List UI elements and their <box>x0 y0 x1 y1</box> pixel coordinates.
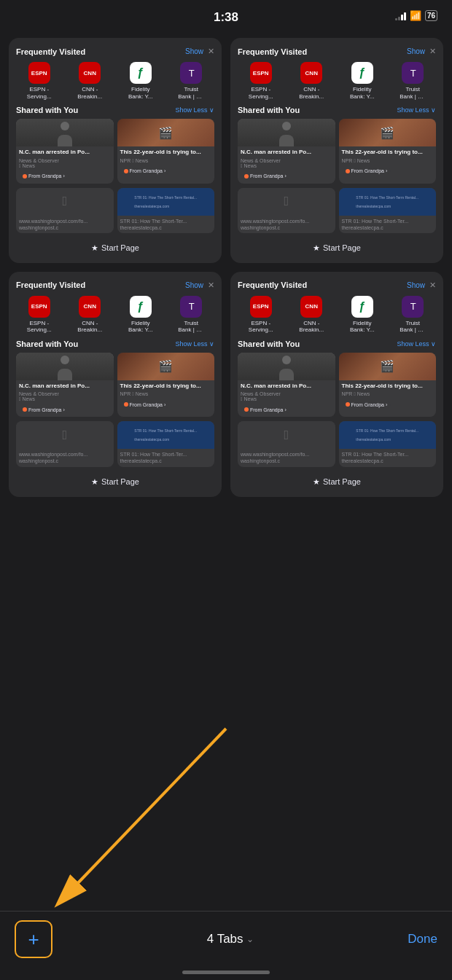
show-less-3[interactable]: Show Less ∨ <box>175 340 214 348</box>
shared-title-1: Shared with You <box>16 106 78 114</box>
favicon-espn-1[interactable]: ESPN ESPN -Serving... <box>16 62 63 100</box>
fv-show-2[interactable]: Show <box>407 47 425 55</box>
news-card-3a[interactable]: N.C. man arrested in Po... News & Observ… <box>16 353 114 417</box>
favicon-truist-3[interactable]: T TruistBank | C... <box>168 296 215 334</box>
frequently-visited-header-1: Frequently Visited Show ✕ <box>16 47 214 56</box>
favicon-cnn-4[interactable]: CNN CNN -Breakin... <box>289 296 335 334</box>
star-icon-3: ★ <box>91 477 98 487</box>
link-row-1:  www.washingtonpost.com/fo... washingto… <box>16 188 214 233</box>
frequently-visited-header-2: Frequently Visited Show ✕ <box>238 47 436 56</box>
tab-card-3[interactable]: Frequently Visited Show ✕ ESPN ESPN -Ser… <box>9 272 222 497</box>
favicon-espn-2[interactable]: ESPN ESPN -Serving... <box>238 62 284 100</box>
show-less-2[interactable]: Show Less ∨ <box>397 106 436 114</box>
link-card-2b[interactable]: STR 01: How The Short-Term Rental...ther… <box>339 188 437 233</box>
news-row-1: N.C. man arrested in Po... News & Observ… <box>16 119 214 183</box>
fv-show-1[interactable]: Show <box>185 47 203 55</box>
bottom-toolbar: + 4 Tabs ⌄ Done <box>0 911 452 980</box>
tab-card-2[interactable]: Frequently Visited Show ✕ ESPN ESPN -Ser… <box>230 38 443 263</box>
fv-close-1[interactable]: ✕ <box>208 47 214 56</box>
fv-actions-2: Show ✕ <box>407 47 436 56</box>
fidelity-icon-3: ƒ <box>130 296 152 318</box>
news-card-4b[interactable]: 🎬 This 22-year-old is trying to... NPR … <box>339 353 437 417</box>
news-content-1a: N.C. man arrested in Po... News & Observ… <box>16 146 114 183</box>
cnn-icon-2: CNN <box>300 62 322 84</box>
link-card-3b[interactable]: STR 01: How The Short-Term Rental...ther… <box>117 421 215 466</box>
tabs-grid: Frequently Visited Show ✕ ESPN ESPN -Ser… <box>0 31 452 504</box>
news-card-1b[interactable]: 🎬 This 22-year-old is trying to... NPR … <box>117 119 215 183</box>
news-thumb-3a <box>16 353 114 380</box>
truist-icon-3: T <box>180 296 202 318</box>
status-icons: 📶 76 <box>395 10 437 21</box>
start-page-4[interactable]: ★ Start Page <box>238 473 436 488</box>
link-card-1b[interactable]: STR 01: How The Short-Term Rental...ther… <box>117 188 215 233</box>
favicon-truist-4[interactable]: T TruistBank | C... <box>390 296 437 334</box>
tab-card-4[interactable]: Frequently Visited Show ✕ ESPN ESPN -Ser… <box>230 272 443 497</box>
tab-card-1[interactable]: Frequently Visited Show ✕ ESPN ESPN -Ser… <box>9 38 222 263</box>
start-page-2[interactable]: ★ Start Page <box>238 239 436 254</box>
fv-show-3[interactable]: Show <box>185 281 203 289</box>
fv-close-4[interactable]: ✕ <box>429 281 436 290</box>
news-card-2a[interactable]: N.C. man arrested in Po... News & Observ… <box>238 119 335 183</box>
news-row-4: N.C. man arrested in Po... News & Observ… <box>238 353 436 417</box>
star-icon-4: ★ <box>313 477 320 487</box>
news-thumb-4b: 🎬 <box>339 353 437 380</box>
start-page-3[interactable]: ★ Start Page <box>16 473 214 488</box>
favicon-row-4: ESPN ESPN -Serving... CNN CNN -Breakin..… <box>238 296 436 334</box>
favicon-fidelity-1[interactable]: ƒ FidelityBank: Y... <box>117 62 164 100</box>
fv-close-2[interactable]: ✕ <box>429 47 436 56</box>
cnn-icon-1: CNN <box>79 62 101 84</box>
fv-title-2: Frequently Visited <box>238 47 307 56</box>
frequently-visited-header-4: Frequently Visited Show ✕ <box>238 281 436 290</box>
done-button[interactable]: Done <box>408 932 437 946</box>
favicon-fidelity-3[interactable]: ƒ FidelityBank: Y... <box>117 296 164 334</box>
espn-icon-4: ESPN <box>250 296 272 318</box>
fv-close-3[interactable]: ✕ <box>208 281 214 290</box>
signal-icon <box>395 12 406 20</box>
favicon-cnn-1[interactable]: CNN CNN -Breakin... <box>67 62 114 100</box>
favicon-truist-1[interactable]: T TruistBank | C... <box>168 62 215 100</box>
status-bar: 1:38 📶 76 <box>0 0 452 31</box>
show-less-1[interactable]: Show Less ∨ <box>175 106 214 114</box>
news-row-2: N.C. man arrested in Po... News & Observ… <box>238 119 436 183</box>
link-row-2:  www.washingtonpost.com/fo... washingto… <box>238 188 436 233</box>
link-card-4a[interactable]:  www.washingtonpost.com/fo... washingto… <box>238 421 335 466</box>
fv-actions-3: Show ✕ <box>185 281 214 290</box>
favicon-row-3: ESPN ESPN -Serving... CNN CNN -Breakin..… <box>16 296 214 334</box>
favicon-fidelity-4[interactable]: ƒ FidelityBank: Y... <box>339 296 386 334</box>
shared-header-4: Shared with You Show Less ∨ <box>238 340 436 348</box>
favicon-truist-2[interactable]: T TruistBank | C... <box>390 62 437 100</box>
espn-icon-3: ESPN <box>28 296 50 318</box>
cnn-icon-3: CNN <box>79 296 101 318</box>
link-thumb-4a:  <box>238 421 335 449</box>
favicon-espn-3[interactable]: ESPN ESPN -Serving... <box>16 296 63 334</box>
tabs-count[interactable]: 4 Tabs ⌄ <box>207 932 254 946</box>
news-row-3: N.C. man arrested in Po... News & Observ… <box>16 353 214 417</box>
link-thumb-2b: STR 01: How The Short-Term Rental...ther… <box>339 188 437 216</box>
favicon-cnn-2[interactable]: CNN CNN -Breakin... <box>289 62 335 100</box>
link-card-3a[interactable]:  www.washingtonpost.com/fo... washingto… <box>16 421 114 466</box>
news-card-1a[interactable]: N.C. man arrested in Po... News & Observ… <box>16 119 114 183</box>
favicon-espn-4[interactable]: ESPN ESPN -Serving... <box>238 296 284 334</box>
fv-actions-1: Show ✕ <box>185 47 214 56</box>
news-content-3a: N.C. man arrested in Po... News & Observ… <box>16 380 114 417</box>
shared-header-2: Shared with You Show Less ∨ <box>238 106 436 114</box>
link-card-1a[interactable]:  www.washingtonpost.com/fo... washingto… <box>16 188 114 233</box>
news-card-2b[interactable]: 🎬 This 22-year-old is trying to... NPR … <box>339 119 437 183</box>
news-card-4a[interactable]: N.C. man arrested in Po... News & Observ… <box>238 353 335 417</box>
link-row-3:  www.washingtonpost.com/fo... washingto… <box>16 421 214 466</box>
truist-icon-2: T <box>402 62 424 84</box>
show-less-4[interactable]: Show Less ∨ <box>397 340 436 348</box>
news-content-4a: N.C. man arrested in Po... News & Observ… <box>238 380 335 417</box>
start-page-1[interactable]: ★ Start Page <box>16 239 214 254</box>
fv-actions-4: Show ✕ <box>407 281 436 290</box>
link-card-2a[interactable]:  www.washingtonpost.com/fo... washingto… <box>238 188 335 233</box>
favicon-fidelity-2[interactable]: ƒ FidelityBank: Y... <box>339 62 386 100</box>
favicon-cnn-3[interactable]: CNN CNN -Breakin... <box>67 296 114 334</box>
news-thumb-2b: 🎬 <box>339 119 437 146</box>
link-card-4b[interactable]: STR 01: How The Short-Term Rental...ther… <box>339 421 437 466</box>
news-thumb-4a <box>238 353 335 380</box>
news-card-3b[interactable]: 🎬 This 22-year-old is trying to... NPR … <box>117 353 215 417</box>
link-thumb-1b: STR 01: How The Short-Term Rental...ther… <box>117 188 215 216</box>
add-tab-button[interactable]: + <box>15 920 52 958</box>
fv-show-4[interactable]: Show <box>407 281 425 289</box>
